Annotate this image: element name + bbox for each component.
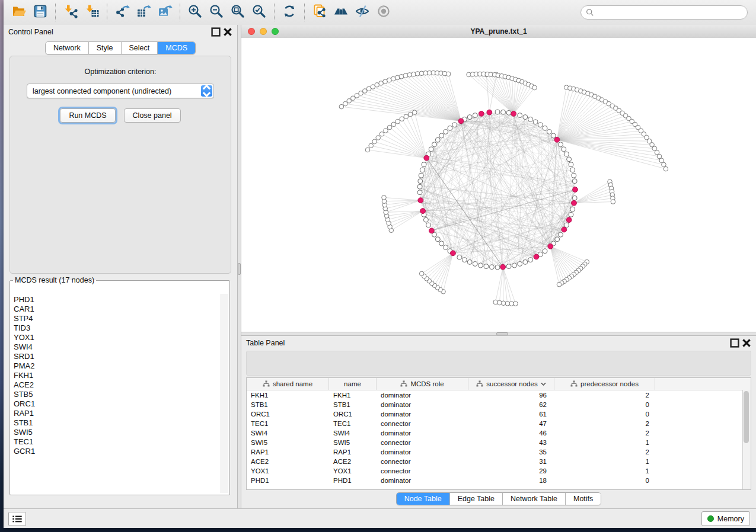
zoom-in-button[interactable] [184, 2, 206, 23]
add-column-button[interactable] [357, 355, 372, 371]
save-session-icon [33, 4, 48, 21]
toolbar-buttons [4, 2, 394, 23]
mcds-result-item[interactable]: RAP1 [14, 409, 220, 418]
mcds-result-item[interactable]: YOX1 [14, 333, 220, 342]
close-panel-button[interactable]: Close panel [124, 108, 181, 123]
mcds-result-item[interactable]: TEC1 [14, 437, 220, 447]
task-history-button[interactable] [8, 512, 26, 526]
close-panel-icon[interactable] [223, 27, 232, 37]
search-box[interactable] [580, 5, 748, 20]
float-panel-icon[interactable] [730, 338, 739, 348]
mcds-result-item[interactable]: PMA2 [14, 361, 220, 371]
mcds-result-item[interactable]: ACE2 [14, 380, 220, 390]
cell-name: ORC1 [329, 411, 377, 418]
cell-shared-name: SWI5 [247, 439, 329, 446]
close-window-button[interactable] [248, 28, 255, 35]
mcds-result-item[interactable]: STP4 [14, 314, 220, 323]
mcds-result-item[interactable]: PHD1 [14, 295, 220, 305]
table-row[interactable]: SWI4SWI4dominator462 [247, 428, 751, 438]
show-hidden-button[interactable] [373, 2, 394, 23]
export-network-button[interactable] [111, 2, 133, 23]
table-row[interactable]: TEC1TEC1connector472 [247, 419, 751, 428]
zoom-in-icon [187, 4, 203, 21]
table-row[interactable]: RAP1RAP1dominator352 [247, 447, 751, 457]
cell-predecessor-nodes: 2 [554, 392, 655, 399]
table-scrollbar-thumb[interactable] [744, 391, 749, 443]
column-header-predecessor-nodes[interactable]: predecessor nodes [554, 378, 655, 390]
cell-MCDS-role: connector [377, 458, 468, 465]
optimization-criterion-select[interactable]: largest connected component (undirected) [27, 84, 214, 98]
table-row[interactable]: STB1STB1dominator620 [247, 400, 751, 409]
network-canvas[interactable] [241, 38, 756, 332]
mcds-result-item[interactable]: TID3 [14, 323, 220, 333]
horizontal-splitter-grip[interactable] [496, 332, 508, 335]
zoom-selected-button[interactable] [248, 2, 270, 23]
mcds-result-item[interactable]: GCR1 [14, 447, 220, 456]
tab-motifs[interactable]: Motifs [565, 493, 601, 505]
deselect-all-button[interactable] [331, 355, 347, 371]
float-panel-icon[interactable] [211, 27, 221, 37]
zoom-fit-button[interactable] [227, 2, 248, 23]
mcds-result-item[interactable]: SWI5 [14, 428, 220, 437]
table-row[interactable]: PHD1PHD1dominator180 [247, 476, 751, 485]
save-session-button[interactable] [30, 2, 51, 23]
first-neighbors-button[interactable] [330, 2, 352, 23]
column-header-shared-name[interactable]: shared name [247, 378, 329, 390]
tab-node-table[interactable]: Node Table [397, 493, 449, 505]
export-image-button[interactable] [154, 2, 176, 23]
list-icon [11, 513, 23, 525]
mcds-result-item[interactable]: STB5 [14, 390, 220, 399]
open-file-button[interactable] [8, 2, 30, 23]
table-row[interactable]: FKH1FKH1dominator962 [247, 390, 751, 400]
table-scrollbar[interactable] [742, 390, 751, 489]
network-window-titlebar: YPA_prune.txt_1 [241, 25, 756, 39]
vertical-splitter-grip[interactable] [238, 263, 241, 275]
export-table-button[interactable] [133, 2, 154, 23]
hide-selection-button[interactable] [352, 2, 373, 23]
table-row[interactable]: YOX1YOX1connector291 [247, 466, 751, 476]
search-input[interactable] [597, 8, 742, 17]
close-panel-icon[interactable] [742, 338, 751, 348]
export-table-icon [136, 4, 151, 21]
horizontal-splitter[interactable] [241, 332, 756, 336]
column-header-successor-nodes[interactable]: successor nodes [468, 378, 554, 390]
mcds-result-item[interactable]: SWI4 [14, 342, 220, 352]
mcds-panel: Optimization criterion: largest connecte… [9, 56, 231, 274]
refresh-view-button[interactable] [279, 2, 300, 23]
vertical-splitter[interactable] [237, 25, 241, 508]
mcds-result-item[interactable]: SRD1 [14, 352, 220, 361]
minimize-window-button[interactable] [260, 28, 267, 35]
cell-MCDS-role: connector [377, 420, 468, 427]
cell-predecessor-nodes: 0 [554, 401, 655, 408]
tab-network-table[interactable]: Network Table [502, 493, 565, 505]
mcds-result-item[interactable]: FKH1 [14, 371, 220, 380]
column-header-MCDS-role[interactable]: MCDS role [377, 378, 468, 390]
delete-columns-button[interactable] [382, 355, 398, 371]
tab-style[interactable]: Style [88, 42, 121, 54]
new-network-from-selection-button[interactable] [309, 2, 330, 23]
mcds-list-scrollbar[interactable] [221, 294, 228, 493]
select-all-button[interactable] [306, 355, 321, 371]
column-header-name[interactable]: name [329, 378, 377, 390]
tab-select[interactable]: Select [121, 42, 158, 54]
tab-network[interactable]: Network [46, 42, 88, 54]
import-table-button[interactable] [81, 2, 103, 23]
mcds-result-item[interactable]: ORC1 [14, 399, 220, 409]
zoom-window-button[interactable] [272, 28, 279, 35]
tab-edge-table[interactable]: Edge Table [449, 493, 502, 505]
table-row[interactable]: ORC1ORC1dominator610 [247, 409, 751, 419]
zoom-out-button[interactable] [206, 2, 227, 23]
memory-button[interactable]: Memory [701, 511, 750, 526]
zoom-fit-icon [230, 4, 245, 21]
settings-button[interactable] [255, 355, 270, 371]
cell-name: TEC1 [329, 420, 377, 427]
run-mcds-button[interactable]: Run MCDS [60, 108, 115, 123]
network-graph[interactable] [241, 38, 756, 332]
import-network-button[interactable] [60, 2, 81, 23]
tab-mcds[interactable]: MCDS [157, 42, 195, 54]
table-row[interactable]: ACE2ACE2connector311 [247, 457, 751, 466]
mcds-result-item[interactable]: CAR1 [14, 305, 220, 314]
table-row[interactable]: SWI5SWI5connector431 [247, 438, 751, 447]
panel-columns-button[interactable] [280, 355, 296, 371]
mcds-result-item[interactable]: STB1 [14, 418, 220, 428]
